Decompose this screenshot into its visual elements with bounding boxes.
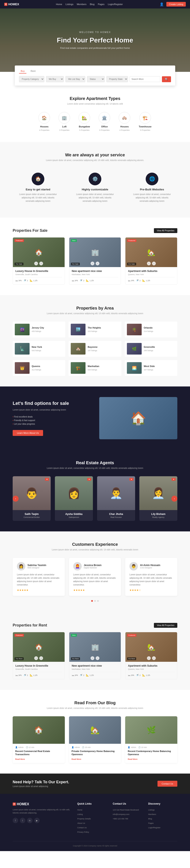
- status-select[interactable]: Status: [87, 76, 105, 82]
- agents-next-button[interactable]: ›: [171, 496, 177, 502]
- area-card-manhattan[interactable]: 🏗️ Manhattan 634 listings: [69, 360, 121, 376]
- logo-icon: H: [4, 3, 7, 6]
- area-count-jersey: 435 listings: [32, 330, 41, 332]
- apt-count-townhouse: 5 Properties: [140, 129, 150, 131]
- footer-disc-login[interactable]: Login/Register: [148, 827, 160, 829]
- nav-members[interactable]: Members: [77, 3, 87, 5]
- prop-sale-prev-1[interactable]: ‹: [34, 261, 38, 266]
- dot-3[interactable]: [97, 600, 99, 602]
- footer-social: f t in ▶: [13, 818, 71, 823]
- area-card-bayonne[interactable]: 🏘️ Bayonne 187 listings: [69, 341, 121, 356]
- agent-name-1: Salih Taqim: [15, 513, 48, 516]
- footer-link-about[interactable]: About Us: [77, 822, 85, 824]
- prop-rent-next-1[interactable]: ›: [39, 656, 43, 660]
- prop-sale-baths-3: 🚿 2: [136, 279, 140, 282]
- prop-rent-title-2: New apartment nice view: [72, 664, 119, 667]
- area-card-newyork[interactable]: 🗽 New York 543 listings: [13, 341, 65, 356]
- prop-rent-next-3[interactable]: ›: [152, 656, 156, 660]
- footer-contact-email[interactable]: info@company.com: [113, 813, 129, 815]
- apt-item-office[interactable]: 🏛️ Office 6 Properties: [99, 112, 110, 131]
- blog-date-3: 🕐 10 min: [138, 746, 147, 748]
- cta-button[interactable]: Learn More About Us: [13, 430, 43, 436]
- prop-sale-card-1: 🏠 Featured ‹ › For Sale Luxury House In …: [13, 237, 65, 285]
- footer-contact-phone[interactable]: +880 123 456 789: [113, 818, 128, 820]
- prop-sale-next-2[interactable]: ›: [96, 261, 99, 266]
- area-card-queens[interactable]: 👑 Queens 412 listings: [13, 360, 65, 376]
- area-card-westside[interactable]: 🌅 West Side 167 listings: [125, 360, 177, 376]
- prop-sale-next-3[interactable]: ›: [152, 261, 156, 266]
- navbar-logo[interactable]: H HOMEX: [4, 3, 19, 6]
- footer-disc-listings[interactable]: Listings: [148, 809, 155, 811]
- blog-read-more-2[interactable]: Read More: [71, 758, 81, 760]
- apt-item-houses[interactable]: 🏠 Houses 4 Properties: [38, 112, 50, 131]
- footer-link-privacy[interactable]: Privacy Policy: [77, 831, 89, 833]
- agents-prev-button[interactable]: ‹: [13, 496, 19, 502]
- we-list-stay-select[interactable]: We List Stay: [65, 76, 85, 82]
- area-card-greenville[interactable]: 🌿 Greenville 298 listings: [125, 341, 177, 356]
- hero-title: Find Your Perfect Home: [57, 36, 133, 44]
- social-linkedin[interactable]: in: [27, 818, 33, 823]
- dot-1[interactable]: [91, 600, 93, 602]
- social-youtube[interactable]: ▶: [34, 818, 40, 823]
- prop-sale-prev-2[interactable]: ‹: [91, 261, 94, 266]
- area-card-orlando[interactable]: 🌴 Orlando 214 listings: [125, 321, 177, 337]
- cta-list-item-1: Find excellent deals: [13, 415, 91, 418]
- prop-sale-address-1: Greenville, South Carolina: [15, 273, 62, 276]
- prop-rent-prev-2[interactable]: ‹: [91, 656, 94, 660]
- nav-home[interactable]: Home: [56, 3, 62, 5]
- navbar: H HOMEX Home Listings Members Blog Pages…: [0, 0, 190, 8]
- social-facebook[interactable]: f: [13, 818, 18, 823]
- footer-link-listing[interactable]: Listing: [77, 813, 83, 815]
- footer-link-home[interactable]: Home: [77, 809, 82, 811]
- search-tab-buy[interactable]: Buy: [19, 69, 26, 73]
- agents-wrapper: 👨 ★ Salih Taqim Commercial Broker 👩 ★ Ay…: [13, 476, 177, 521]
- contact-button[interactable]: Contact Us: [157, 781, 177, 787]
- blog-read-more-3[interactable]: Read More: [128, 758, 137, 760]
- nav-listings[interactable]: Listings: [65, 3, 73, 5]
- area-icon: 📐: [30, 279, 33, 282]
- search-tab-rent[interactable]: Rent: [29, 69, 37, 73]
- footer-link-property[interactable]: Property Details: [77, 818, 91, 820]
- dot-2[interactable]: [94, 600, 96, 602]
- footer-copyright: Copyright © 2024 Company name All rights…: [13, 845, 177, 847]
- apt-item-townhouse[interactable]: 🏗️ Townhouse 5 Properties: [139, 112, 151, 131]
- blog-read-more-1[interactable]: Read More: [15, 758, 25, 760]
- prop-sale-next-1[interactable]: ›: [39, 261, 43, 266]
- footer-disc-pages[interactable]: Pages: [148, 822, 154, 824]
- user-icon[interactable]: 👤: [160, 2, 164, 6]
- search-more-input[interactable]: [130, 76, 160, 82]
- property-state-select[interactable]: Property State: [106, 76, 128, 82]
- nav-login[interactable]: Login/Register: [108, 3, 123, 5]
- area-card-jersey[interactable]: 🌆 Jersey City 435 listings: [13, 321, 65, 337]
- we-buy-select[interactable]: We Buy: [46, 76, 64, 82]
- view-all-sale-button[interactable]: View All Properties: [154, 228, 177, 233]
- create-listing-button[interactable]: Create Listing: [166, 2, 186, 6]
- testimonial-role-2: Digital Marketer: [84, 567, 101, 569]
- area-card-heights[interactable]: 🏙️ The Heights 320 listings: [69, 321, 121, 337]
- prop-sale-prev-3[interactable]: ‹: [147, 261, 151, 266]
- prop-rent-prev-1[interactable]: ‹: [34, 656, 38, 660]
- footer-disc-members[interactable]: Members: [148, 813, 156, 815]
- footer-discovery-list: Listings Members Blog Pages Login/Regist…: [148, 808, 177, 829]
- footer-disc-blog[interactable]: Blog: [148, 818, 152, 820]
- nav-blog[interactable]: Blog: [90, 3, 95, 5]
- apt-item-houses2[interactable]: 🏘️ Houses 4 Properties: [119, 112, 130, 131]
- search-button[interactable]: 🔍: [162, 76, 171, 82]
- prop-rent-next-2[interactable]: ›: [96, 656, 99, 660]
- view-all-rent-button[interactable]: View All Properties: [154, 623, 177, 628]
- properties-rent-title: Properties for Rent: [13, 623, 47, 627]
- apt-item-bungalow[interactable]: 🏡 Bungalow 5 Properties: [78, 112, 90, 131]
- prop-rent-prev-3[interactable]: ‹: [147, 656, 151, 660]
- apartment-types-title: Explore Apartment Types: [13, 96, 177, 101]
- area-info-newyork: New York 543 listings: [32, 346, 42, 352]
- apt-name-office: Office: [99, 125, 110, 128]
- services-title: We are always at your service: [13, 153, 177, 157]
- blog-title-3: Recent Contemporary Home Balancing Openn…: [128, 750, 175, 756]
- social-twitter[interactable]: t: [20, 818, 25, 823]
- prop-rent-badge-3: Featured: [127, 634, 136, 637]
- footer-link-contact[interactable]: Contact Us: [77, 827, 87, 829]
- apartment-types-subtitle: Lorem dolor amet consectetur adipiscing …: [13, 102, 177, 106]
- nav-pages[interactable]: Pages: [98, 3, 104, 5]
- apt-item-loft[interactable]: 🏢 Loft 3 Properties: [59, 112, 70, 131]
- property-category-select[interactable]: Property Category: [19, 76, 44, 82]
